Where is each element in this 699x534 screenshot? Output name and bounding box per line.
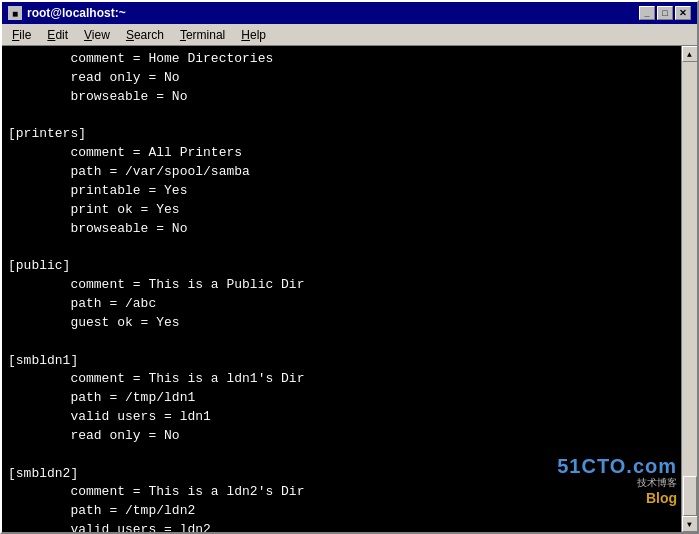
- scrollbar: ▲ ▼: [681, 46, 697, 532]
- menu-edit[interactable]: Edit: [39, 26, 76, 44]
- menu-edit-label: Edit: [47, 28, 68, 42]
- maximize-button[interactable]: □: [657, 6, 673, 20]
- scroll-up-button[interactable]: ▲: [682, 46, 698, 62]
- title-bar: ■ root@localhost:~ _ □ ✕: [2, 2, 697, 24]
- menu-terminal[interactable]: Terminal: [172, 26, 233, 44]
- scroll-down-button[interactable]: ▼: [682, 516, 698, 532]
- menu-help-label: Help: [241, 28, 266, 42]
- terminal-window: ■ root@localhost:~ _ □ ✕ File Edit View …: [0, 0, 699, 534]
- menu-search[interactable]: Search: [118, 26, 172, 44]
- menu-terminal-label: Terminal: [180, 28, 225, 42]
- close-button[interactable]: ✕: [675, 6, 691, 20]
- window-title: root@localhost:~: [27, 6, 126, 20]
- title-bar-buttons: _ □ ✕: [639, 6, 691, 20]
- terminal-output[interactable]: comment = Home Directories read only = N…: [2, 46, 681, 532]
- menu-view[interactable]: View: [76, 26, 118, 44]
- menu-bar: File Edit View Search Terminal Help: [2, 24, 697, 46]
- menu-help[interactable]: Help: [233, 26, 274, 44]
- menu-search-label: Search: [126, 28, 164, 42]
- scroll-track: [682, 62, 697, 516]
- terminal-wrapper: comment = Home Directories read only = N…: [2, 46, 697, 532]
- title-bar-left: ■ root@localhost:~: [8, 6, 126, 20]
- menu-file[interactable]: File: [4, 26, 39, 44]
- menu-file-label: File: [12, 28, 31, 42]
- window-icon: ■: [8, 6, 22, 20]
- scroll-thumb[interactable]: [683, 476, 697, 516]
- menu-view-label: View: [84, 28, 110, 42]
- minimize-button[interactable]: _: [639, 6, 655, 20]
